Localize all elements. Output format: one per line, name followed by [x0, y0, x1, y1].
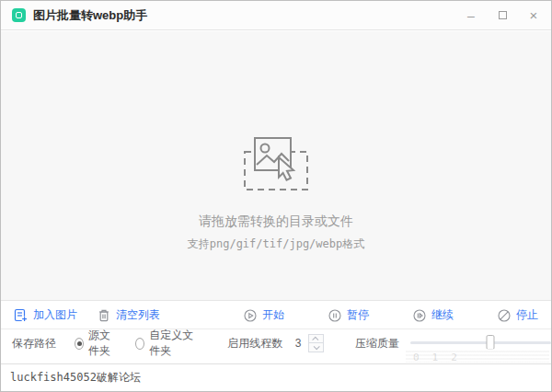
add-document-icon — [14, 308, 28, 322]
resume-button[interactable]: 继续 — [413, 307, 454, 323]
save-path-label: 保存路径 — [12, 336, 56, 352]
stop-label: 停止 — [516, 307, 538, 323]
render-artifact-stripes — [406, 349, 549, 363]
app-window: 图片批量转webp助手 – × 请拖放需转换的目录或文件 支持png/gif/t… — [0, 0, 552, 392]
slider-track — [410, 341, 551, 344]
slider-handle[interactable] — [487, 335, 495, 350]
clear-list-label: 清空列表 — [116, 307, 160, 323]
minimize-icon: – — [467, 9, 475, 22]
play-circle-icon — [244, 309, 257, 322]
maximize-icon — [499, 11, 507, 19]
status-text: luckfish45052破解论坛 — [10, 370, 141, 386]
chevron-down-icon — [314, 343, 320, 350]
close-icon: × — [530, 8, 538, 22]
title-bar: 图片批量转webp助手 – × — [1, 1, 551, 30]
window-title: 图片批量转webp助手 — [33, 7, 147, 24]
window-controls: – × — [465, 9, 540, 22]
minimize-button[interactable]: – — [465, 9, 477, 22]
close-button[interactable]: × — [527, 9, 540, 22]
drop-hint-text: 请拖放需转换的目录或文件 — [199, 213, 353, 230]
radio-unselected-icon — [135, 338, 144, 350]
file-drop-zone[interactable]: 请拖放需转换的目录或文件 支持png/gif/tif/jpg/webp格式 — [1, 31, 551, 301]
radio-dot — [77, 341, 82, 346]
app-logo-icon — [12, 8, 26, 22]
radio-selected-icon — [75, 338, 84, 350]
supported-formats-text: 支持png/gif/tif/jpg/webp格式 — [188, 236, 365, 252]
radio-custom-folder[interactable]: 自定义文件夹 — [135, 328, 198, 359]
clear-list-button[interactable]: 清空列表 — [98, 307, 160, 323]
stop-button[interactable]: 停止 — [498, 307, 538, 323]
resume-circle-icon — [413, 309, 426, 322]
image-drop-icon — [240, 136, 312, 191]
add-images-button[interactable]: 加入图片 — [14, 307, 77, 323]
thread-count-stepper — [308, 334, 324, 352]
conversion-controls: 开始 暂停 — [244, 307, 538, 323]
maximize-button[interactable] — [496, 9, 509, 22]
chevron-up-icon — [312, 336, 318, 342]
add-images-label: 加入图片 — [33, 307, 77, 323]
resume-label: 继续 — [431, 307, 454, 323]
start-label: 开始 — [262, 307, 284, 323]
settings-bar: 保存路径 源文件夹 自定义文件夹 启用线程数 3 压缩质量 0 1 2 — [1, 330, 551, 363]
action-toolbar: 加入图片 清空列表 — [1, 302, 551, 329]
start-button[interactable]: 开始 — [244, 307, 284, 323]
radio-source-folder[interactable]: 源文件夹 — [75, 328, 121, 359]
pause-circle-icon — [328, 309, 341, 322]
pause-label: 暂停 — [347, 307, 369, 323]
app-logo-inner-square — [16, 12, 22, 18]
source-folder-label: 源文件夹 — [88, 328, 121, 359]
stepper-up-button[interactable] — [308, 334, 324, 343]
quality-label: 压缩质量 — [355, 336, 399, 352]
status-bar: luckfish45052破解论坛 — [1, 363, 551, 391]
custom-folder-label: 自定义文件夹 — [149, 328, 198, 359]
stop-prohibit-icon — [498, 309, 511, 322]
trash-icon — [98, 308, 110, 322]
pause-button[interactable]: 暂停 — [328, 307, 369, 323]
thread-count-value: 3 — [292, 337, 305, 350]
stepper-down-button[interactable] — [308, 343, 324, 352]
thread-count-label: 启用线程数 — [227, 336, 282, 352]
